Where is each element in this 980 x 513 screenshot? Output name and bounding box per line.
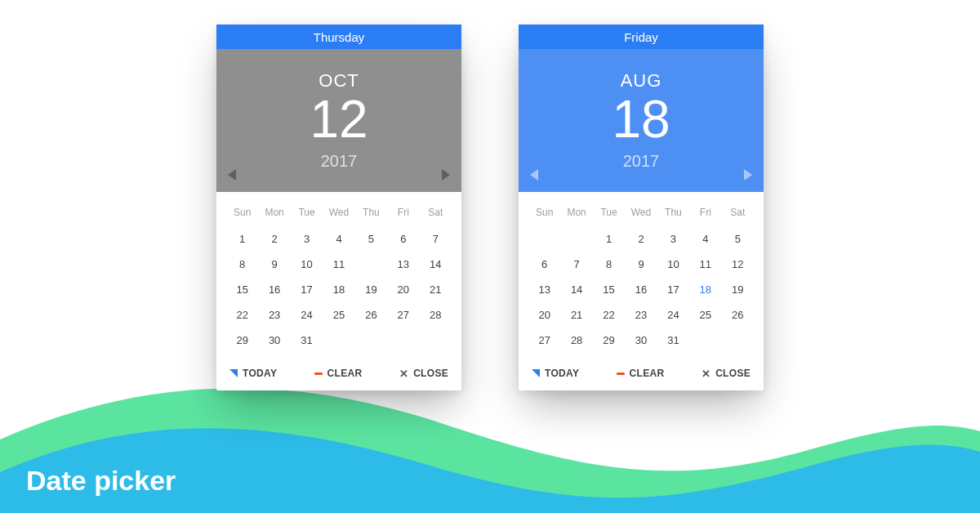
calendar-day[interactable]: 29: [226, 328, 258, 353]
calendar-day[interactable]: 31: [657, 328, 689, 353]
close-button[interactable]: ✕CLOSE: [399, 368, 448, 379]
hero-day[interactable]: 12: [310, 93, 368, 145]
calendar-day[interactable]: 28: [420, 302, 452, 328]
calendar-week-row: 20212223242526: [528, 302, 754, 328]
calendar-day[interactable]: 18: [323, 277, 354, 302]
clear-button[interactable]: CLEAR: [617, 368, 665, 379]
calendar-day[interactable]: 16: [258, 277, 290, 302]
calendar-grid: SunMonTueWedThuFriSat1234567891011121314…: [519, 192, 764, 356]
prev-month-icon[interactable]: [530, 169, 538, 181]
calendar-day[interactable]: 6: [387, 226, 419, 252]
calendar-empty-cell: [420, 328, 452, 353]
calendar-day[interactable]: 23: [625, 302, 657, 328]
hero-month[interactable]: AUG: [621, 70, 662, 91]
calendar-day[interactable]: 31: [291, 328, 323, 353]
calendar-day[interactable]: 21: [420, 277, 452, 302]
today-button[interactable]: TODAY: [229, 368, 277, 379]
datepicker-card: FridayAUG182017SunMonTueWedThuFriSat1234…: [519, 25, 764, 390]
calendar-day[interactable]: 14: [560, 277, 592, 302]
calendar-week-row: 293031: [226, 328, 452, 353]
prev-month-icon[interactable]: [228, 169, 236, 181]
clear-icon: [617, 372, 625, 375]
calendar-week-row: 2728293031: [528, 328, 754, 353]
calendar-day[interactable]: 11: [323, 252, 354, 277]
calendar-day[interactable]: 8: [593, 252, 625, 277]
calendar-day[interactable]: 20: [387, 277, 419, 302]
calendar-day[interactable]: 13: [528, 277, 560, 302]
calendar-day[interactable]: 15: [226, 277, 258, 302]
close-icon: ✕: [399, 368, 408, 379]
calendar-grid: SunMonTueWedThuFriSat1234567891011121314…: [216, 192, 461, 356]
calendar-day[interactable]: 5: [355, 226, 387, 252]
calendar-day[interactable]: 21: [560, 302, 592, 328]
calendar-day[interactable]: 19: [722, 277, 754, 302]
hero-year[interactable]: 2017: [623, 152, 660, 171]
calendar-day[interactable]: 29: [593, 328, 625, 353]
calendar-day[interactable]: 24: [291, 302, 323, 328]
calendar-day[interactable]: 1: [226, 226, 258, 252]
calendar-empty-cell: [355, 328, 387, 353]
calendar-day[interactable]: 12: [722, 252, 754, 277]
next-month-icon[interactable]: [744, 169, 752, 181]
calendar-day[interactable]: 1: [593, 226, 625, 252]
calendar-day[interactable]: 6: [528, 252, 560, 277]
calendar-week-row: 22232425262728: [226, 302, 452, 328]
weekday-bar: Friday: [519, 25, 764, 49]
weekday-header: Sun: [528, 202, 560, 226]
calendar-day[interactable]: 25: [323, 302, 354, 328]
calendar-day[interactable]: 22: [593, 302, 625, 328]
calendar-day[interactable]: 4: [323, 226, 354, 252]
calendar-day[interactable]: 3: [291, 226, 323, 252]
calendar-day[interactable]: 8: [226, 252, 258, 277]
close-icon: ✕: [702, 368, 710, 379]
calendar-day[interactable]: 22: [226, 302, 258, 328]
weekday-header: Mon: [258, 202, 290, 226]
weekday-header: Thu: [657, 202, 689, 226]
calendar-day[interactable]: 18: [689, 277, 721, 302]
calendar-day[interactable]: 10: [291, 252, 323, 277]
calendar-day[interactable]: 13: [387, 252, 419, 277]
calendar-day[interactable]: 9: [258, 252, 290, 277]
close-button[interactable]: ✕CLOSE: [702, 368, 751, 379]
weekday-header-row: SunMonTueWedThuFriSat: [226, 202, 452, 226]
calendar-day[interactable]: 30: [625, 328, 657, 353]
calendar-week-row: 6789101112: [528, 252, 754, 277]
calendar-week-row: 1234567: [226, 226, 452, 252]
calendar-day[interactable]: 15: [593, 277, 625, 302]
calendar-day[interactable]: 11: [689, 252, 721, 277]
calendar-day[interactable]: 7: [560, 252, 592, 277]
calendar-day[interactable]: 26: [355, 302, 387, 328]
hero-month[interactable]: OCT: [318, 70, 359, 91]
hero-year[interactable]: 2017: [321, 152, 358, 171]
calendar-day[interactable]: 27: [528, 328, 560, 353]
hero-day[interactable]: 18: [612, 93, 670, 145]
calendar-day[interactable]: 14: [420, 252, 452, 277]
calendar-day[interactable]: 17: [657, 277, 689, 302]
calendar-day[interactable]: 25: [689, 302, 721, 328]
next-month-icon[interactable]: [442, 169, 450, 181]
calendar-day[interactable]: 20: [528, 302, 560, 328]
calendar-day[interactable]: 24: [657, 302, 689, 328]
calendar-day[interactable]: 23: [258, 302, 290, 328]
calendar-day[interactable]: 10: [657, 252, 689, 277]
calendar-day[interactable]: 27: [387, 302, 419, 328]
clear-button[interactable]: CLEAR: [314, 368, 363, 379]
calendar-day[interactable]: 9: [625, 252, 657, 277]
calendar-day[interactable]: 2: [258, 226, 290, 252]
calendar-day[interactable]: 3: [657, 226, 689, 252]
calendar-day[interactable]: 30: [258, 328, 290, 353]
calendar-day[interactable]: 2: [625, 226, 657, 252]
calendar-day[interactable]: 4: [689, 226, 721, 252]
calendar-day[interactable]: 16: [625, 277, 657, 302]
calendar-day[interactable]: 7: [420, 226, 452, 252]
today-icon: [229, 369, 238, 377]
clear-label: CLEAR: [327, 368, 363, 379]
calendar-day[interactable]: 17: [291, 277, 323, 302]
calendar-day[interactable]: 5: [722, 226, 754, 252]
weekday-header: Wed: [323, 202, 354, 226]
calendar-day[interactable]: 19: [355, 277, 387, 302]
calendar-day[interactable]: 12: [355, 252, 387, 277]
today-button[interactable]: TODAY: [532, 368, 579, 379]
calendar-day[interactable]: 28: [560, 328, 592, 353]
calendar-day[interactable]: 26: [722, 302, 754, 328]
